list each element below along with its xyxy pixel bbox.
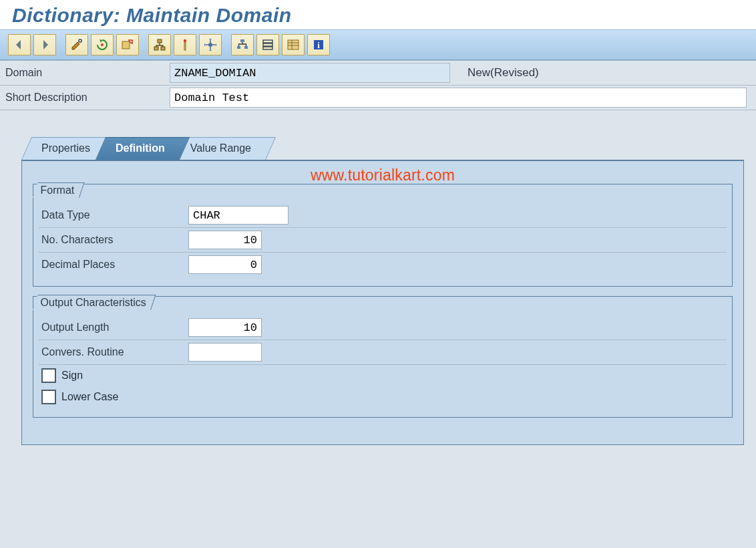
data-type-field[interactable] [188, 206, 289, 225]
svg-rect-15 [288, 40, 299, 49]
svg-point-8 [208, 43, 212, 47]
output-length-row: Output Length [39, 315, 727, 340]
back-button[interactable] [8, 34, 31, 55]
domain-label: Domain [0, 67, 170, 79]
details-button[interactable] [282, 34, 305, 55]
svg-rect-2 [122, 41, 130, 49]
convers-routine-row: Convers. Routine [39, 340, 727, 365]
lower-case-label: Lower Case [61, 391, 118, 403]
short-description-field[interactable] [170, 88, 747, 108]
tab-definition[interactable]: Definition [96, 137, 180, 160]
convers-routine-label: Convers. Routine [41, 346, 188, 358]
sign-label: Sign [61, 370, 83, 382]
format-group: Format Data Type No. Characters Decimal … [33, 184, 733, 287]
check-button[interactable] [116, 34, 139, 55]
svg-rect-9 [240, 39, 244, 42]
where-used-button[interactable] [199, 34, 222, 55]
where-used-icon [204, 38, 217, 51]
arrow-left-icon [13, 38, 26, 51]
svg-rect-14 [263, 47, 272, 49]
activate-button[interactable] [148, 34, 171, 55]
decimal-places-field[interactable] [188, 255, 262, 274]
svg-rect-13 [263, 43, 272, 46]
no-characters-field[interactable] [188, 231, 262, 249]
output-characteristics-group: Output Characteristics Output Length Con… [33, 296, 733, 418]
hierarchy-icon [153, 38, 166, 51]
decimal-places-label: Decimal Places [41, 259, 188, 271]
format-group-title: Format [41, 184, 75, 196]
domain-field[interactable] [170, 63, 450, 83]
domain-status: New(Revised) [467, 66, 539, 80]
forward-button[interactable] [33, 34, 56, 55]
svg-rect-11 [244, 46, 248, 49]
tab-pane-definition: www.tutorialkart.com Format Data Type No… [21, 160, 744, 445]
display-change-button[interactable] [65, 34, 88, 55]
no-characters-label: No. Characters [41, 234, 188, 246]
documentation-button[interactable]: i [307, 34, 330, 55]
arrow-right-icon [38, 38, 51, 51]
svg-text:i: i [317, 40, 320, 50]
other-object-button[interactable] [91, 34, 114, 55]
match-button[interactable] [174, 34, 196, 55]
matchstick-icon [178, 38, 192, 51]
tab-properties[interactable]: Properties [21, 137, 105, 160]
svg-rect-6 [184, 42, 186, 50]
page-title: Dictionary: Maintain Domain [12, 4, 744, 27]
sign-checkbox[interactable] [41, 368, 56, 383]
domain-row: Domain New(Revised) [0, 61, 756, 86]
svg-point-7 [184, 39, 186, 42]
svg-rect-5 [161, 47, 165, 50]
data-type-label: Data Type [41, 209, 188, 221]
short-description-label: Short Description [0, 92, 170, 104]
short-desc-row: Short Description [0, 86, 756, 110]
output-length-field[interactable] [188, 318, 262, 337]
org-chart-icon [236, 38, 249, 51]
svg-point-0 [79, 39, 81, 42]
pencil-glasses-icon [70, 38, 83, 51]
convers-routine-field[interactable] [188, 343, 262, 362]
no-characters-row: No. Characters [39, 228, 727, 253]
stacked-rows-icon [261, 38, 274, 51]
hierarchy-analysis-button[interactable] [231, 34, 254, 55]
lower-case-row: Lower Case [39, 386, 727, 408]
svg-rect-3 [158, 39, 162, 43]
info-icon: i [312, 38, 325, 51]
decimal-places-row: Decimal Places [39, 253, 727, 277]
tab-area: Properties Definition Value Range www.tu… [0, 110, 756, 445]
sign-row: Sign [39, 365, 727, 386]
svg-rect-4 [154, 47, 158, 50]
header-section: Domain New(Revised) Short Description [0, 60, 756, 110]
watermark-text: www.tutorialkart.com [311, 166, 455, 184]
append-structure-button[interactable] [256, 34, 279, 55]
tab-strip: Properties Definition Value Range [21, 137, 744, 160]
data-type-row: Data Type [39, 203, 727, 228]
svg-point-1 [101, 43, 104, 46]
toolbar: i [0, 29, 756, 60]
check-box-icon [121, 38, 134, 51]
recycle-icon [96, 38, 109, 51]
lower-case-checkbox[interactable] [41, 390, 56, 404]
table-icon [287, 38, 300, 51]
svg-rect-12 [263, 40, 272, 43]
output-length-label: Output Length [41, 321, 188, 333]
output-group-title: Output Characteristics [41, 297, 146, 309]
svg-rect-10 [237, 46, 240, 49]
title-bar: Dictionary: Maintain Domain [0, 0, 756, 29]
